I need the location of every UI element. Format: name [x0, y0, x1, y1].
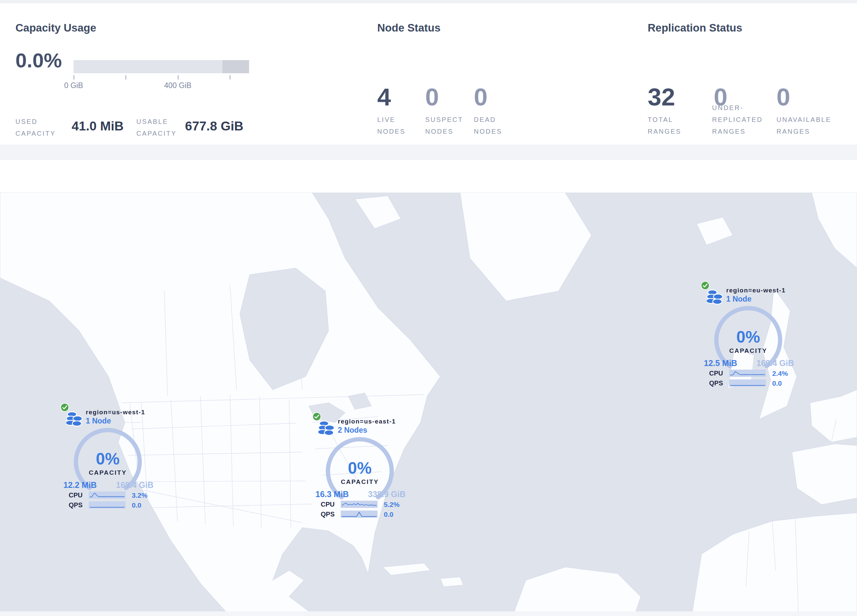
- region-total-capacity: 169.4 GiB: [750, 358, 794, 368]
- cpu-label: CPU: [69, 491, 82, 499]
- usable-capacity-label: USABLE CAPACITY: [136, 116, 183, 139]
- page-footer-strip: [0, 611, 857, 616]
- cpu-row: CPU 2.4%: [698, 370, 798, 377]
- usable-capacity-value: 677.8 GiB: [185, 119, 243, 133]
- cpu-label: CPU: [321, 501, 334, 508]
- capacity-usage-title: Capacity Usage: [15, 22, 96, 34]
- qps-label: QPS: [321, 511, 334, 518]
- used-capacity-label: USED CAPACITY: [15, 116, 59, 139]
- cpu-value: 5.2%: [384, 501, 399, 509]
- dead-nodes-label: DEAD NODES: [474, 114, 510, 137]
- region-capacity-label: CAPACITY: [67, 469, 149, 476]
- cluster-summary-bar: Capacity Usage 0.0% 0 GiB 400 GiB USED C…: [0, 3, 857, 145]
- live-nodes-count: 4: [377, 83, 391, 111]
- region-used-capacity: 12.5 MiB: [704, 358, 747, 368]
- axis-tick: [178, 75, 178, 80]
- under-replicated-ranges-label: UNDER-REPLICATED RANGES: [712, 102, 766, 137]
- suspect-nodes-label: SUSPECT NODES: [425, 114, 466, 137]
- unavailable-ranges-label: UNAVAILABLE RANGES: [777, 114, 837, 137]
- axis-tick-label-400: 400 GiB: [161, 81, 194, 90]
- node-status-title: Node Status: [377, 22, 441, 34]
- cpu-row: CPU 3.2%: [57, 491, 158, 499]
- qps-value: 0.0: [384, 511, 393, 519]
- capacity-used-percent: 0.0%: [15, 49, 62, 72]
- region-capacity-percent: 0%: [319, 459, 401, 478]
- qps-sparkline: [89, 501, 125, 509]
- qps-value: 0.0: [132, 501, 141, 509]
- axis-tick: [125, 75, 126, 80]
- cpu-value: 2.4%: [772, 370, 788, 377]
- qps-row: QPS 0.0: [309, 511, 410, 519]
- cpu-sparkline: [89, 491, 125, 499]
- total-ranges-count: 32: [648, 83, 675, 111]
- used-capacity-value: 41.0 MiB: [72, 119, 124, 133]
- cpu-sparkline: [341, 501, 377, 508]
- region-used-capacity: 12.2 MiB: [63, 480, 106, 490]
- dead-nodes-count: 0: [474, 83, 488, 111]
- suspect-nodes-count: 0: [425, 83, 439, 111]
- map-toolbar: Node Map Cluster 10m Past 10 Minutes: [0, 160, 857, 193]
- total-ranges-label: TOTAL RANGES: [648, 114, 687, 137]
- cpu-row: CPU 5.2%: [309, 501, 410, 509]
- region-name: region=us-east-1: [338, 418, 396, 425]
- region-marker-us-east-1[interactable]: region=us-east-1 2 Nodes 0% CAPACITY 16.…: [309, 407, 410, 522]
- region-name: region=eu-west-1: [726, 287, 786, 294]
- qps-value: 0.0: [772, 380, 782, 388]
- region-capacity-label: CAPACITY: [319, 479, 401, 486]
- cluster-overview-page: Capacity Usage 0.0% 0 GiB 400 GiB USED C…: [0, 0, 857, 616]
- cpu-value: 3.2%: [132, 491, 147, 499]
- replication-status-title: Replication Status: [648, 22, 742, 34]
- qps-label: QPS: [69, 501, 82, 509]
- live-nodes-label: LIVE NODES: [377, 114, 410, 137]
- axis-tick-label-0: 0 GiB: [60, 81, 87, 90]
- qps-row: QPS 0.0: [57, 501, 158, 509]
- cpu-label: CPU: [709, 370, 723, 377]
- region-capacity-percent: 0%: [707, 327, 789, 347]
- cpu-sparkline: [729, 370, 766, 377]
- axis-tick: [230, 75, 230, 80]
- region-capacity-percent: 0%: [67, 449, 149, 468]
- region-used-capacity: 16.3 MiB: [316, 489, 358, 499]
- region-marker-us-west-1[interactable]: region=us-west-1 1 Node 0% CAPACITY 12.2…: [57, 398, 158, 513]
- unavailable-ranges-count: 0: [777, 83, 790, 111]
- qps-sparkline: [341, 511, 377, 518]
- axis-tick: [74, 75, 74, 80]
- region-name: region=us-west-1: [86, 409, 145, 416]
- region-marker-eu-west-1[interactable]: region=eu-west-1 1 Node 0% CAPACITY 12.5…: [698, 276, 798, 391]
- qps-label: QPS: [709, 380, 723, 387]
- section-divider: [0, 145, 857, 160]
- qps-row: QPS 0.0: [698, 380, 798, 388]
- region-total-capacity: 169.4 GiB: [110, 480, 153, 490]
- qps-sparkline: [729, 380, 766, 387]
- capacity-bar-nonusable-segment: [223, 60, 249, 73]
- region-capacity-label: CAPACITY: [707, 347, 789, 355]
- region-total-capacity: 338.9 GiB: [362, 489, 405, 499]
- capacity-usage-bar: [74, 60, 249, 73]
